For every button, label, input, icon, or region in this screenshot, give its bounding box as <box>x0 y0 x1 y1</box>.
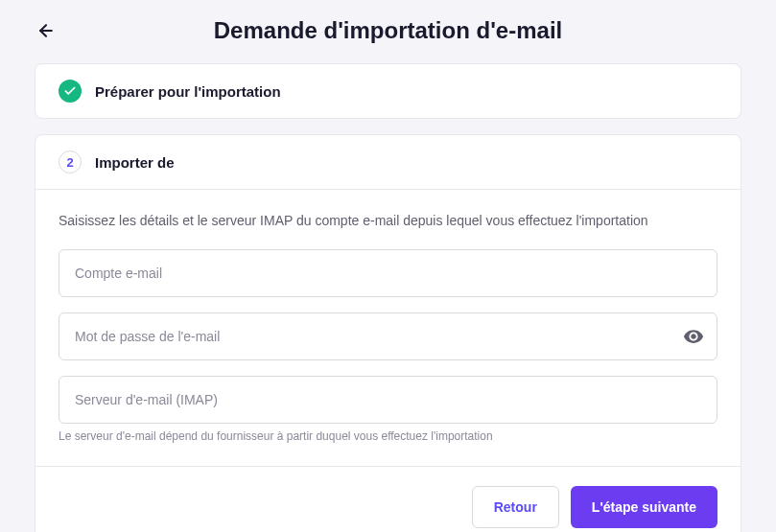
toggle-password-visibility-button[interactable] <box>683 326 704 347</box>
back-button[interactable] <box>35 19 58 42</box>
imap-server-helper: Le serveur d'e-mail dépend du fournisseu… <box>59 429 717 443</box>
next-step-button[interactable]: L'étape suivante <box>571 486 717 528</box>
imap-server-input[interactable] <box>59 376 717 424</box>
step1-label: Préparer pour l'importation <box>95 83 281 100</box>
email-password-input[interactable] <box>59 312 717 360</box>
step2-card: 2 Importer de Saisissez les détails et l… <box>35 134 741 532</box>
page-title: Demande d'importation d'e-mail <box>69 17 707 44</box>
step1-check-icon <box>59 80 82 103</box>
step2-instructions: Saisissez les détails et le serveur IMAP… <box>59 213 717 228</box>
arrow-left-icon <box>36 21 56 40</box>
step2-label: Importer de <box>95 154 175 171</box>
step2-number-badge: 2 <box>59 150 82 173</box>
eye-icon <box>683 326 704 347</box>
step1-card: Préparer pour l'importation <box>35 63 741 119</box>
email-account-input[interactable] <box>59 249 717 297</box>
back-step-button[interactable]: Retour <box>472 486 559 528</box>
